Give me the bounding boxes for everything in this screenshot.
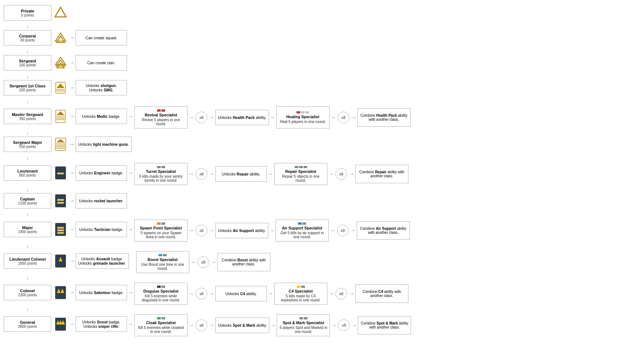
unlock-text: Unlocks rocket launcher. [79, 199, 123, 203]
rank-name: Master Sergeant [12, 112, 43, 117]
rank-name: Major [22, 225, 33, 230]
x8-badge: x8 [196, 168, 207, 180]
unlock-text: Unlocks Tactician badge. [79, 227, 123, 232]
x8-badge: x8 [338, 319, 350, 331]
rank-box-colonel: Colonel 2300 points [4, 285, 51, 300]
arrow-down-8: ↓ [4, 243, 51, 248]
rank-points: 1450 points [18, 230, 37, 234]
rank-points: 100 points [19, 63, 36, 67]
arrow-right-sergeant: → [69, 59, 75, 66]
unlock2-general: Unlocks Spot & Mark ability. [215, 318, 269, 333]
x8-badge: x8 [197, 256, 209, 268]
combine-colonel: Combine C4 ability with another class. [355, 285, 408, 303]
unlock-text: Can create clan. [87, 61, 115, 65]
arrow-down-10: ↓ [4, 306, 51, 311]
svg-rect-29 [57, 232, 64, 234]
specialist-desc: Kill 5 enemies while cloaked in one roun… [137, 326, 185, 334]
unlock-captain: Unlocks rocket launcher. [76, 193, 127, 209]
rank-row-lieutenant: Lieutenant 800 points → Unlocks Engineer… [4, 160, 640, 185]
rank-icon-mastersgt [53, 109, 68, 124]
arrow-down-1: ↓ [4, 48, 51, 54]
rank-row-private: Private 0 points [4, 4, 640, 22]
combine-text: Combine Air Support ability with another… [359, 227, 407, 235]
rank-box-sergeant: Sergeant 100 points [4, 55, 51, 70]
unlock-sergeant: Can create clan. [76, 55, 127, 70]
rank-points: 30 points [20, 38, 35, 42]
specialist-desc: 5 kills made by your sentry turrets in o… [137, 174, 185, 182]
rank-row-major: Major 1450 points → Unlocks Tactician ba… [4, 217, 640, 242]
specialist-title: C4 Specialist [289, 289, 313, 293]
specialist-title: Spawn Point Specialist [140, 226, 182, 230]
rank-icon-sergeant [53, 55, 68, 70]
rank-name: Lieutenant [17, 169, 38, 173]
arrow-down-5: ↓ [4, 155, 51, 160]
rank-row-colonel: Colonel 2300 points → Unlocks Saboteur b… [4, 280, 640, 305]
rank-box-sgt1stclass: Sergeant 1st Class 200 points [4, 80, 51, 95]
specialist-healing: Healing Specialist Heal 5 players in one… [276, 106, 330, 128]
unlock2-text: Unlocks Health Pack ability. [218, 115, 266, 120]
x8-badge: x8 [196, 225, 207, 236]
specialist-title: Disguise Specialist [143, 289, 179, 293]
rank-points: 0 points [21, 13, 34, 17]
unlock-general: Unlocks Scout badge.Unlocks sniper rifle… [76, 316, 127, 332]
rank-tree: Private 0 points ↓ Corporal 30 points → … [4, 4, 640, 336]
unlock-sgt1stclass: Unlocks shotgun.Unlocks SMG. [76, 80, 127, 95]
svg-rect-28 [57, 229, 64, 231]
unlock-text: Unlocks Saboteur badge. [79, 290, 124, 295]
svg-marker-1 [55, 33, 66, 41]
specialist-title: Turret Specialist [146, 169, 176, 174]
x8-badge: x8 [196, 288, 207, 300]
arrow-down-6: ↓ [4, 186, 51, 192]
specialist-desc: Repair 5 objects in one round. [277, 174, 325, 182]
rank-box-general: General 2800 points [4, 316, 51, 332]
combine-ltcolonel: Combine Boost ability with another class… [217, 253, 270, 271]
rank-name: Lieutenant Colonel [10, 257, 46, 261]
specialist-spawnpoint: Spawn Point Specialist 5 spawns on your … [134, 220, 188, 242]
specialist-spotmark: Spot & Mark Specialist 5 players Spot an… [277, 314, 330, 336]
unlock2-colonel: Unlocks C4 ability. [215, 286, 267, 301]
rank-box-sgtmajor: Sergeant Major 550 points [4, 137, 51, 152]
combine-text: Combine Spot & Mark ability with another… [360, 321, 408, 329]
rank-box-major: Major 1450 points [4, 222, 51, 237]
x8-badge: x8 [196, 319, 207, 331]
rank-box-ltcolonel: Lieutenant Colonel 1850 points [4, 253, 51, 269]
specialist-title: Healing Specialist [286, 115, 319, 119]
x8-badge: x8 [196, 112, 207, 123]
rank-icon-major [53, 222, 68, 237]
rank-icon-private [53, 5, 68, 21]
unlock2-lieutenant: Unlocks Repair ability. [215, 166, 267, 182]
rank-name: Captain [20, 197, 35, 201]
specialist-desc: Revive 5 players in one round. [137, 118, 185, 126]
unlock-ltcolonel: Unlocks Assault badge.Unlocks grenade la… [76, 253, 129, 269]
specialist-title: Spot & Mark Specialist [283, 320, 324, 325]
rank-points: 350 points [19, 117, 36, 121]
unlock-sgtmajor: Unlocks light machine guns. [76, 137, 132, 152]
rank-name: Corporal [19, 34, 36, 38]
unlock2-text: Unlocks Repair ability. [222, 172, 261, 176]
arrow-right-corporal: → [69, 35, 75, 41]
arrow-down-2: ↓ [4, 73, 51, 79]
combine-text: Combine Health Pack ability with another… [360, 113, 408, 122]
combine-general: Combine Spot & Mark ability with another… [358, 316, 411, 334]
unlock2-text: Unlocks Spot & Mark ability. [218, 323, 267, 327]
rank-points: 1100 points [18, 201, 37, 205]
arrow-down-9: ↓ [4, 275, 51, 280]
svg-rect-32 [55, 286, 66, 299]
rank-icon-colonel [53, 285, 68, 300]
svg-rect-24 [57, 199, 64, 201]
specialist-title: Cloak Specialist [146, 320, 176, 325]
rank-icon-general [53, 316, 68, 332]
svg-marker-11 [57, 111, 65, 115]
rank-row-general: General 2800 points → Unlocks Scout badg… [4, 311, 640, 336]
specialist-desc: Use Boost one time in one round. [139, 262, 187, 271]
rank-icon-ltcolonel [53, 253, 68, 269]
unlock-text: Unlocks Medic badge. [82, 114, 120, 119]
combine-lieutenant: Combine Repair ability with another clas… [355, 165, 408, 183]
rank-icon-lieutenant [53, 165, 68, 181]
unlock-mastersgt: Unlocks Medic badge. [76, 109, 127, 124]
unlock-colonel: Unlocks Saboteur badge. [76, 285, 127, 300]
rank-icon-sgtmajor [53, 137, 68, 152]
rank-points: 2300 points [18, 293, 37, 297]
combine-mastersgt: Combine Health Pack ability with another… [357, 108, 411, 127]
unlock2-text: Unlocks Air Support ability. [218, 228, 266, 233]
